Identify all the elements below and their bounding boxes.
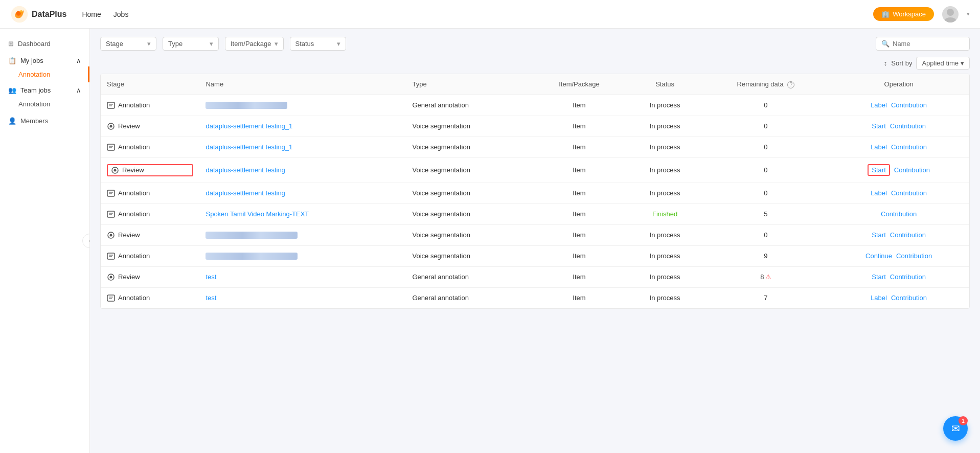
op-contribution-link[interactable]: Contribution [881, 210, 917, 218]
svg-point-3 [947, 9, 954, 16]
type-cell: Voice segmentation [406, 183, 532, 203]
op-contribution-link[interactable]: Contribution [891, 101, 927, 109]
status-filter[interactable]: Status ▾ [290, 37, 346, 51]
op-contribution-link[interactable]: Contribution [890, 231, 926, 239]
op-label-link[interactable]: Label [871, 294, 887, 302]
table-row: AnnotationGeneral annotationItemIn proce… [101, 95, 969, 116]
logo[interactable]: DataPlus [10, 5, 66, 24]
sidebar-item-teamjobs-annotation[interactable]: Annotation [0, 96, 89, 112]
svg-point-4 [944, 17, 956, 22]
status-badge: In process [650, 122, 680, 130]
chat-fab[interactable]: ✉ 1 [943, 416, 968, 441]
remaining-cell: 9 [703, 245, 828, 266]
op-start-link[interactable]: Start [872, 273, 885, 281]
table-row: Reviewdataplus-settlement testing_1Voice… [101, 116, 969, 137]
item-cell: Item [532, 95, 626, 116]
item-filter[interactable]: Item/Package ▾ [225, 37, 284, 51]
jobs-table: Stage Name Type Item/Package Status Rema… [100, 74, 970, 309]
remaining-info-icon[interactable]: ? [787, 81, 794, 88]
op-contribution-link[interactable]: Contribution [890, 273, 926, 281]
type-cell: General annotation [406, 266, 532, 287]
stage-cell: Review [107, 273, 193, 281]
status-badge: In process [650, 101, 680, 109]
job-name-link[interactable]: Spoken Tamil Video Marking-TEXT [206, 210, 309, 218]
status-cell: In process [627, 245, 703, 266]
status-cell: In process [627, 95, 703, 116]
status-cell: In process [627, 266, 703, 287]
operation-cell: LabelContribution [828, 137, 969, 157]
table-row: Annotationdataplus-settlement testing_1V… [101, 137, 969, 157]
item-cell: Item [532, 116, 626, 137]
stage-filter[interactable]: Stage ▾ [100, 37, 156, 51]
stage-cell: Annotation [107, 294, 193, 302]
op-contribution-link[interactable]: Contribution [894, 166, 930, 174]
svg-point-22 [110, 234, 112, 236]
op-contribution-link[interactable]: Contribution [891, 189, 927, 197]
workspace-button[interactable]: 🏢 Workspace [873, 7, 934, 21]
status-badge: In process [650, 143, 680, 151]
item-cell: Item [532, 245, 626, 266]
sort-label: Sort by [891, 59, 912, 67]
sidebar-item-myjobs-annotation[interactable]: Annotation [0, 66, 89, 82]
stage-cell: Annotation [107, 252, 193, 260]
teamjobs-icon: 👥 [8, 86, 16, 94]
sidebar-collapse-button[interactable]: ‹ [82, 234, 90, 248]
job-name-link[interactable]: test [206, 273, 216, 281]
sidebar-section-myjobs[interactable]: 📋 My jobs ∧ [0, 53, 89, 66]
op-start-link[interactable]: Start [868, 164, 890, 176]
job-name-link[interactable]: dataplus-settlement testing_1 [206, 143, 292, 151]
name-search[interactable]: 🔍 [876, 37, 970, 51]
status-badge: In process [650, 166, 680, 174]
item-cell: Item [532, 224, 626, 245]
table-row: Annotationdataplus-settlement testingVoi… [101, 183, 969, 203]
name-blurred [206, 102, 287, 109]
type-filter[interactable]: Type ▾ [163, 37, 219, 51]
name-search-input[interactable] [893, 40, 964, 48]
type-cell: General annotation [406, 95, 532, 116]
nav-right: 🏢 Workspace ▾ [873, 6, 970, 22]
op-start-link[interactable]: Start [872, 231, 885, 239]
op-label-link[interactable]: Label [871, 189, 887, 197]
table-row: ReviewVoice segmentationItemIn process0S… [101, 224, 969, 245]
filters-bar: Stage ▾ Type ▾ Item/Package ▾ Status ▾ 🔍 [100, 37, 970, 51]
type-cell: General annotation [406, 287, 532, 308]
stage-cell: Annotation [107, 210, 193, 218]
operation-cell: StartContribution [828, 116, 969, 137]
svg-point-2 [20, 10, 22, 12]
nav-home[interactable]: Home [82, 10, 101, 18]
svg-rect-10 [107, 144, 115, 150]
col-remaining: Remaining data ? [703, 74, 828, 95]
sidebar-item-dashboard[interactable]: ⊞ Dashboard [0, 35, 89, 53]
svg-point-9 [110, 125, 112, 127]
op-start-link[interactable]: Start [872, 122, 885, 130]
name-blurred [206, 232, 298, 239]
status-badge: In process [650, 231, 680, 239]
job-name-link[interactable]: test [206, 294, 216, 302]
table-row: Reviewdataplus-settlement testingVoice s… [101, 157, 969, 183]
type-cell: Voice segmentation [406, 116, 532, 137]
svg-rect-15 [107, 190, 115, 196]
op-label-link[interactable]: Label [871, 143, 887, 151]
op-contribution-link[interactable]: Contribution [896, 252, 932, 260]
status-badge: In process [650, 252, 680, 260]
op-label-link[interactable]: Label [871, 101, 887, 109]
job-name-link[interactable]: dataplus-settlement testing [206, 189, 285, 197]
sidebar-item-members[interactable]: 👤 Members [0, 112, 89, 130]
avatar[interactable] [942, 6, 959, 22]
op-continue-link[interactable]: Continue [865, 252, 892, 260]
nav-jobs[interactable]: Jobs [113, 10, 129, 18]
status-cell: In process [627, 287, 703, 308]
sort-select[interactable]: Applied time ▾ [916, 57, 970, 70]
job-name-link[interactable]: dataplus-settlement testing [206, 166, 285, 174]
item-filter-chevron: ▾ [275, 40, 278, 48]
svg-point-27 [110, 276, 112, 278]
myjobs-collapse-icon: ∧ [76, 57, 81, 64]
op-contribution-link[interactable]: Contribution [891, 294, 927, 302]
workspace-icon: 🏢 [881, 10, 890, 18]
op-contribution-link[interactable]: Contribution [891, 143, 927, 151]
item-cell: Item [532, 266, 626, 287]
sidebar-section-teamjobs[interactable]: 👥 Team jobs ∧ [0, 82, 89, 96]
op-contribution-link[interactable]: Contribution [890, 122, 926, 130]
job-name-link[interactable]: dataplus-settlement testing_1 [206, 122, 292, 130]
status-badge: Finished [652, 210, 677, 218]
